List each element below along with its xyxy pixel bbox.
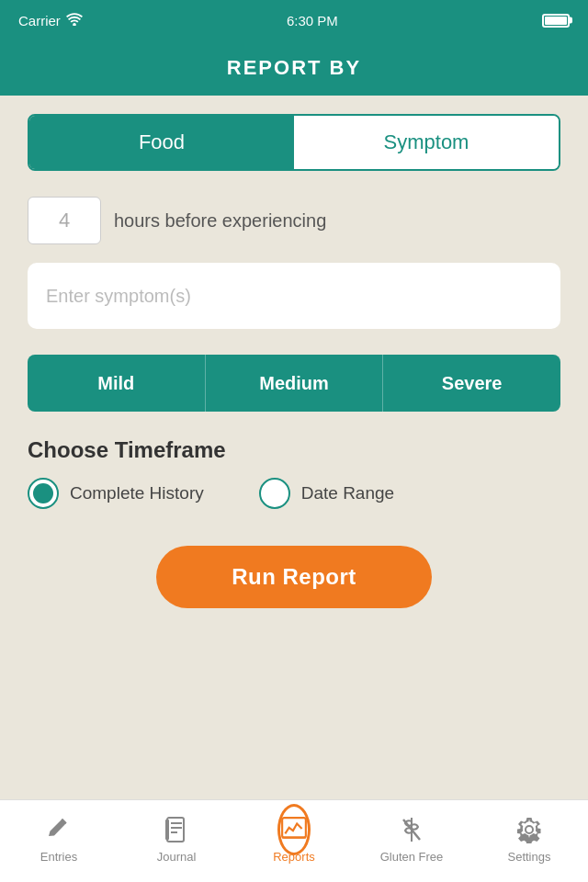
time-display: 6:30 PM [287,13,338,28]
main-content: Food Symptom 4 hours before experiencing… [0,96,588,799]
pencil-icon [42,813,75,846]
tab-entries-label: Entries [40,850,77,864]
status-bar: Carrier 6:30 PM [0,0,588,40]
tab-food[interactable]: Food [29,116,294,169]
symptom-input-placeholder[interactable]: Enter symptom(s) [46,286,191,307]
tab-journal-label: Journal [157,850,197,864]
tab-glutenfree[interactable]: Gluten Free [353,800,470,882]
tab-reports-label: Reports [273,850,315,864]
tab-glutenfree-label: Gluten Free [380,850,444,864]
carrier-text: Carrier [18,13,61,28]
symptom-input-container[interactable]: Enter symptom(s) [28,263,560,329]
radio-complete-history[interactable]: Complete History [28,478,204,509]
radio-btn-daterange[interactable] [259,478,290,509]
tab-entries[interactable]: Entries [0,800,118,882]
radio-label-complete: Complete History [70,483,204,503]
radio-date-range[interactable]: Date Range [259,478,394,509]
tab-journal[interactable]: Journal [118,800,235,882]
battery-icon [542,14,570,28]
tab-settings[interactable]: Settings [470,800,588,882]
reports-icon [277,813,311,846]
page-title: REPORT BY [227,56,361,80]
run-report-button[interactable]: Run Report [156,546,432,608]
severity-mild[interactable]: Mild [28,355,206,412]
journal-icon [160,813,193,846]
report-type-toggle[interactable]: Food Symptom [28,114,560,171]
radio-dot-complete [33,483,53,503]
timeframe-options: Complete History Date Range [28,478,560,509]
severity-selector[interactable]: Mild Medium Severe [28,355,560,412]
hours-row: 4 hours before experiencing [28,197,560,244]
svg-rect-4 [165,820,169,840]
hours-label: hours before experiencing [114,210,326,232]
timeframe-title: Choose Timeframe [28,437,560,463]
hours-input[interactable]: 4 [28,197,101,244]
page-header: REPORT BY [0,40,588,96]
glutenfree-icon [395,813,428,846]
tab-symptom[interactable]: Symptom [294,116,559,169]
severity-severe[interactable]: Severe [383,355,560,412]
timeframe-section: Choose Timeframe Complete History Date R… [28,437,560,509]
radio-btn-complete[interactable] [28,478,59,509]
wifi-icon [66,13,83,28]
tab-settings-label: Settings [508,850,551,864]
svg-rect-0 [167,818,184,842]
carrier-info: Carrier [18,13,83,28]
tab-bar: Entries Journal Reports [0,799,588,882]
severity-medium[interactable]: Medium [206,355,384,412]
radio-label-daterange: Date Range [301,483,394,503]
settings-icon [513,813,546,846]
tab-reports[interactable]: Reports [235,800,353,882]
